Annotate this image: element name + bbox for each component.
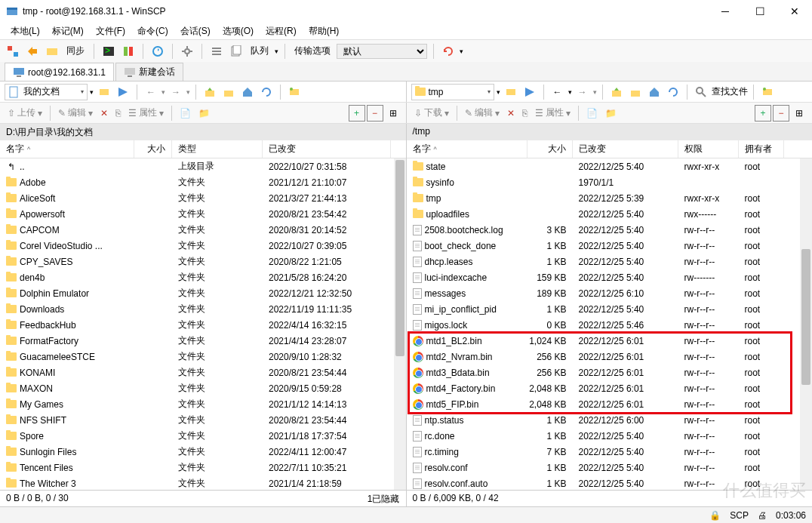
- file-row[interactable]: resolv.conf.auto1 KB2022/12/25 5:40rw-r-…: [407, 475, 813, 490]
- minimize-button[interactable]: ─: [708, 0, 743, 23]
- download-button[interactable]: ⇩下载 ▾: [411, 105, 452, 121]
- file-row[interactable]: Corel VideoStudio ...文件夹2022/10/27 0:39:…: [0, 238, 406, 254]
- sync-right-icon[interactable]: [24, 43, 41, 60]
- sync-left-icon[interactable]: [5, 43, 21, 60]
- local-fwd-icon[interactable]: →: [168, 84, 184, 100]
- file-row[interactable]: The Witcher 3文件夹2021/1/4 21:18:59: [0, 475, 406, 490]
- find-files-label[interactable]: 查找文件: [712, 85, 748, 98]
- upload-button[interactable]: ⇧上传 ▾: [5, 105, 45, 121]
- file-row[interactable]: sysinfo1970/1/1: [407, 174, 813, 190]
- remote-back-icon[interactable]: ←: [549, 84, 566, 100]
- local-root-icon[interactable]: [220, 84, 237, 100]
- file-row[interactable]: FormatFactory文件夹2021/4/14 23:28:07: [0, 333, 406, 349]
- collapse-remote-icon[interactable]: −: [773, 105, 789, 122]
- settings-gear-icon[interactable]: [179, 43, 195, 60]
- remote-find-icon[interactable]: [693, 84, 709, 100]
- expand-remote-icon[interactable]: +: [755, 105, 771, 122]
- file-row[interactable]: resolv.conf1 KB2022/12/25 5:40rw-r--r--r…: [407, 460, 813, 475]
- local-drive-combo[interactable]: 我的文档▾: [5, 84, 88, 100]
- file-row[interactable]: mi_ip_conflict_pid1 KB2022/12/25 5:40rw-…: [407, 301, 813, 317]
- view-remote-icon[interactable]: ⊞: [791, 105, 807, 122]
- props-remote-button[interactable]: ☰属性 ▾: [532, 105, 574, 121]
- terminal-icon[interactable]: >: [100, 43, 117, 60]
- local-tree-icon[interactable]: [286, 84, 303, 100]
- file-row[interactable]: FeedbackHub文件夹2022/4/14 16:32:15: [0, 317, 406, 333]
- file-row[interactable]: My Games文件夹2021/1/12 14:14:13: [0, 396, 406, 412]
- remote-up-icon[interactable]: [608, 84, 625, 100]
- col-owner[interactable]: 拥有者: [739, 140, 784, 158]
- file-row[interactable]: mtd4_Factory.bin2,048 KB2022/12/25 6:01r…: [407, 380, 813, 396]
- col-name[interactable]: 名字^: [407, 140, 527, 158]
- transfer-default-select[interactable]: 默认: [337, 44, 427, 59]
- file-row[interactable]: rc.timing7 KB2022/12/25 5:40rw-r--r--roo…: [407, 444, 813, 460]
- col-size[interactable]: 大小: [134, 140, 172, 158]
- remote-bookmark-icon[interactable]: [521, 84, 538, 100]
- newfile-local-icon[interactable]: 📄: [177, 106, 194, 120]
- reconnect-icon[interactable]: [440, 43, 457, 60]
- col-name[interactable]: 名字^: [0, 140, 134, 158]
- maximize-button[interactable]: ☐: [743, 0, 777, 23]
- file-row[interactable]: CPY_SAVES文件夹2020/8/22 1:21:05: [0, 254, 406, 269]
- file-row[interactable]: Tencent Files文件夹2022/7/11 10:35:21: [0, 460, 406, 475]
- local-scrollbar[interactable]: [394, 158, 406, 490]
- new-session-tab[interactable]: 新建会话: [115, 63, 183, 81]
- remote-filter-icon[interactable]: [503, 84, 519, 100]
- col-perm[interactable]: 权限: [678, 140, 739, 158]
- remote-root-icon[interactable]: [627, 84, 644, 100]
- menu-item[interactable]: 命令(C): [133, 23, 173, 39]
- session-tab-active[interactable]: root@192.168.31.1: [5, 63, 114, 81]
- queue-label[interactable]: 队列: [248, 45, 272, 57]
- menu-item[interactable]: 文件(F): [91, 23, 130, 39]
- menu-item[interactable]: 标记(M): [48, 23, 88, 39]
- file-row[interactable]: Dolphin Emulator文件夹2022/12/21 12:32:50: [0, 285, 406, 301]
- remote-scrollbar[interactable]: [800, 158, 812, 490]
- local-refresh-icon[interactable]: [258, 84, 275, 100]
- remote-path-bar[interactable]: /tmp: [406, 124, 813, 140]
- file-row[interactable]: dhcp.leases1 KB2022/12/25 5:40rw-r--r--r…: [407, 254, 813, 269]
- menu-item[interactable]: 本地(L): [6, 23, 45, 39]
- remote-home-icon[interactable]: [646, 84, 663, 100]
- sync-label[interactable]: 同步: [63, 45, 88, 57]
- file-row[interactable]: migos.lock0 KB2022/12/25 5:46rw-r--r--ro…: [407, 317, 813, 333]
- rename-local-icon[interactable]: ⎘: [112, 106, 124, 120]
- file-row[interactable]: Sunlogin Files文件夹2022/4/11 12:00:47: [0, 444, 406, 460]
- view-local-icon[interactable]: ⊞: [385, 105, 401, 122]
- col-changed[interactable]: 已改变: [263, 140, 391, 158]
- col-size[interactable]: 大小: [527, 140, 573, 158]
- sync-browse-icon[interactable]: [44, 43, 60, 60]
- file-row[interactable]: GuacameleeSTCE文件夹2020/9/10 1:28:32: [0, 349, 406, 365]
- local-filter-icon[interactable]: [96, 84, 112, 100]
- menu-item[interactable]: 帮助(H): [304, 23, 344, 39]
- collapse-local-icon[interactable]: −: [367, 105, 383, 122]
- file-row[interactable]: NFS SHIFT文件夹2020/8/21 23:54:44: [0, 412, 406, 428]
- remote-refresh-icon[interactable]: [665, 84, 681, 100]
- delete-remote-icon[interactable]: ✕: [504, 106, 518, 120]
- compare-icon[interactable]: [120, 43, 137, 60]
- file-row[interactable]: ntp.status1 KB2022/12/25 6:00rw-r--r--ro…: [407, 412, 813, 428]
- file-row[interactable]: CAPCOM文件夹2020/8/31 20:14:52: [0, 222, 406, 238]
- edit-local-button[interactable]: ✎编辑 ▾: [55, 105, 96, 121]
- newfile-remote-icon[interactable]: 📄: [583, 106, 601, 120]
- file-row[interactable]: boot_check_done1 KB2022/12/25 5:40rw-r--…: [407, 238, 813, 254]
- col-changed[interactable]: 已改变: [573, 140, 678, 158]
- local-path-bar[interactable]: D:\用户目录\我的文档: [0, 124, 406, 140]
- file-row[interactable]: mtd1_BL2.bin1,024 KB2022/12/25 6:01rw-r-…: [407, 333, 813, 349]
- edit-remote-button[interactable]: ✎编辑 ▾: [462, 105, 503, 121]
- newdir-local-icon[interactable]: 📁: [195, 106, 213, 120]
- file-row[interactable]: KONAMI文件夹2020/8/21 23:54:44: [0, 365, 406, 380]
- remote-drive-combo[interactable]: tmp▾: [411, 84, 494, 100]
- file-row[interactable]: state2022/12/25 5:40rwxr-xr-xroot: [407, 158, 813, 174]
- local-back-icon[interactable]: ←: [143, 84, 159, 100]
- file-row[interactable]: den4b文件夹2021/5/28 16:24:20: [0, 269, 406, 285]
- file-row[interactable]: AliceSoft文件夹2021/3/27 21:44:13: [0, 190, 406, 206]
- remote-fwd-icon[interactable]: →: [574, 84, 591, 100]
- rename-remote-icon[interactable]: ⎘: [519, 106, 531, 120]
- file-row[interactable]: Adobe文件夹2021/12/1 21:10:07: [0, 174, 406, 190]
- file-row[interactable]: rc.done1 KB2022/12/25 5:40rw-r--r--root: [407, 428, 813, 444]
- menu-item[interactable]: 会话(S): [176, 23, 215, 39]
- queue-list-icon[interactable]: [228, 43, 245, 60]
- file-row[interactable]: Downloads文件夹2022/11/19 11:11:35: [0, 301, 406, 317]
- remote-tree-icon[interactable]: [759, 84, 776, 100]
- local-bookmark-icon[interactable]: [115, 84, 131, 100]
- file-row[interactable]: luci-indexcache159 KB2022/12/25 5:40rw--…: [407, 269, 813, 285]
